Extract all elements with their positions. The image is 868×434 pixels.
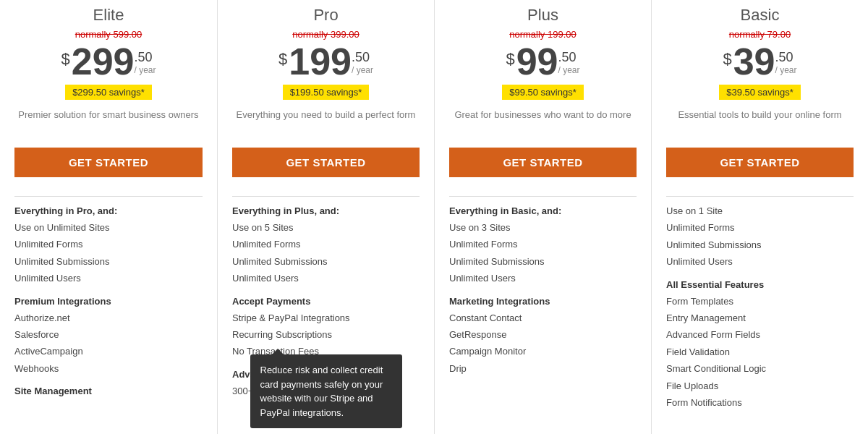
price-dollar-elite: $: [61, 50, 69, 69]
feature-item: Entry Management: [666, 310, 854, 326]
features-basic: Use on 1 Site Unlimited Forms Unlimited …: [666, 203, 854, 411]
feature-item: Unlimited Submissions: [14, 253, 203, 270]
feature-heading-plus-0: Everything in Basic, and:: [449, 205, 637, 216]
feature-heading-plus-1: Marketing Integrations: [449, 296, 637, 307]
plan-name-basic: Basic: [666, 0, 854, 25]
savings-badge-plus: $99.50 savings*: [502, 85, 584, 100]
feature-item: Campaign Monitor: [449, 343, 637, 359]
savings-badge-elite: $299.50 savings*: [65, 85, 152, 100]
normal-price-pro: normally 399.00: [232, 29, 420, 40]
plan-description-elite: Premier solution for smart business owne…: [14, 109, 203, 137]
plan-name-plus: Plus: [449, 0, 637, 25]
feature-heading-basic-1: All Essential Features: [666, 279, 854, 290]
savings-badge-basic: $39.50 savings*: [719, 85, 801, 100]
feature-item: GetResponse: [449, 326, 637, 343]
feature-item: Field Validation: [666, 344, 854, 360]
tooltip-text: Reduce risk and collect credit card paym…: [260, 365, 383, 418]
feature-item: Use on 1 Site: [666, 203, 854, 219]
price-cents-year-pro: .50 / year: [352, 50, 373, 75]
plan-name-elite: Elite: [14, 0, 203, 25]
price-year-plus: / year: [558, 65, 580, 75]
feature-item: Use on 3 Sites: [449, 219, 637, 236]
price-dollar-plus: $: [506, 50, 514, 69]
feature-item: Unlimited Users: [14, 270, 203, 286]
feature-item: Drip: [449, 360, 637, 377]
price-row-basic: $ 39 .50 / year: [666, 43, 854, 80]
price-cents-plus: .50: [558, 50, 576, 65]
features-plus: Everything in Basic, and: Use on 3 Sites…: [449, 205, 637, 377]
feature-item: Unlimited Forms: [232, 236, 420, 252]
feature-item: Advanced Form Fields: [666, 326, 854, 343]
feature-item: Webhooks: [14, 360, 203, 377]
price-main-basic: 39: [733, 43, 775, 80]
price-cents-pro: .50: [352, 50, 370, 65]
feature-item: Unlimited Submissions: [232, 253, 420, 270]
plan-plus: Plus normally 199.00 $ 99 .50 / year $99…: [434, 0, 651, 434]
price-dollar-basic: $: [723, 50, 731, 69]
price-main-pro: 199: [289, 43, 352, 80]
plan-description-pro: Everything you need to build a perfect f…: [232, 109, 420, 137]
plan-description-plus: Great for businesses who want to do more: [449, 109, 637, 137]
plan-basic: Basic normally 79.00 $ 39 .50 / year $39…: [651, 0, 868, 434]
feature-item: Unlimited Submissions: [666, 237, 854, 253]
feature-heading-elite-0: Everything in Pro, and:: [14, 205, 203, 216]
feature-item: Unlimited Submissions: [449, 253, 637, 270]
price-year-pro: / year: [352, 65, 373, 75]
feature-heading-pro-0: Everything in Plus, and:: [232, 205, 420, 216]
feature-item: Use on Unlimited Sites: [14, 219, 203, 236]
price-cents-year-basic: .50 / year: [775, 50, 797, 75]
price-row-pro: $ 199 .50 / year: [232, 43, 420, 80]
get-started-plus[interactable]: GET STARTED: [449, 148, 637, 177]
price-main-plus: 99: [516, 43, 558, 80]
feature-item: Form Notifications: [666, 394, 854, 411]
normal-price-basic: normally 79.00: [666, 29, 854, 40]
feature-item-stripe: Stripe & PayPal Integrations: [232, 310, 420, 326]
price-row-elite: $ 299 .50 / year: [14, 43, 203, 80]
pricing-grid: Elite normally 599.00 $ 299 .50 / year $…: [0, 0, 868, 434]
normal-price-elite: normally 599.00: [14, 29, 203, 40]
plan-elite: Elite normally 599.00 $ 299 .50 / year $…: [0, 0, 217, 434]
feature-heading-elite-1: Premium Integrations: [14, 296, 203, 307]
features-elite: Everything in Pro, and: Use on Unlimited…: [14, 205, 203, 396]
plan-description-basic: Essential tools to build your online for…: [666, 109, 854, 137]
feature-item: Form Templates: [666, 293, 854, 310]
feature-item: Unlimited Forms: [666, 219, 854, 236]
feature-item: Smart Conditional Logic: [666, 360, 854, 377]
price-year-basic: / year: [775, 65, 797, 75]
feature-item: Unlimited Users: [449, 270, 637, 286]
feature-item: Unlimited Users: [232, 270, 420, 286]
plan-name-pro: Pro: [232, 0, 420, 25]
feature-heading-pro-1: Accept Payments: [232, 296, 420, 307]
price-main-elite: 299: [72, 43, 135, 80]
price-row-plus: $ 99 .50 / year: [449, 43, 637, 80]
feature-item: Use on 5 Sites: [232, 219, 420, 236]
feature-item: Authorize.net: [14, 310, 203, 326]
get-started-pro[interactable]: GET STARTED: [232, 148, 420, 177]
feature-item: Salesforce: [14, 326, 203, 343]
feature-item: File Uploads: [666, 378, 854, 394]
feature-item: Recurring Subscriptions: [232, 326, 420, 343]
get-started-elite[interactable]: GET STARTED: [14, 148, 203, 177]
get-started-basic[interactable]: GET STARTED: [666, 148, 854, 177]
price-dollar-pro: $: [278, 50, 287, 69]
price-cents-year-elite: .50 / year: [135, 50, 156, 75]
savings-badge-pro: $199.50 savings*: [283, 85, 370, 100]
price-cents-basic: .50: [775, 50, 793, 65]
feature-item: Constant Contact: [449, 310, 637, 326]
price-cents-elite: .50: [135, 50, 153, 65]
feature-heading-elite-2: Site Management: [14, 386, 203, 396]
feature-item: Unlimited Users: [666, 253, 854, 270]
tooltip-pro: Reduce risk and collect credit card paym…: [250, 354, 402, 428]
feature-item: Unlimited Forms: [449, 236, 637, 252]
feature-item: Unlimited Forms: [14, 236, 203, 252]
price-year-elite: / year: [135, 65, 156, 75]
feature-item: ActiveCampaign: [14, 343, 203, 359]
normal-price-plus: normally 199.00: [449, 29, 637, 40]
price-cents-year-plus: .50 / year: [558, 50, 580, 75]
plan-pro: Pro normally 399.00 $ 199 .50 / year $19…: [217, 0, 434, 434]
